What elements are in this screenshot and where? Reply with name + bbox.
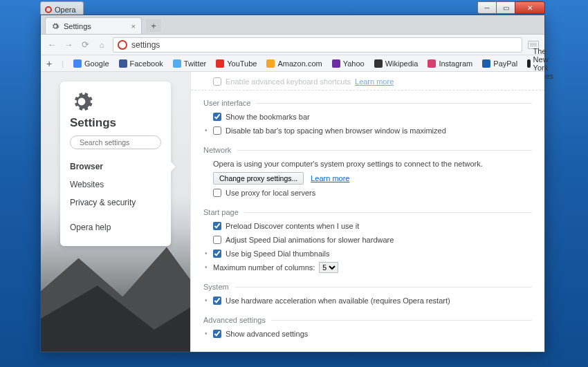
checkbox-big-thumbs[interactable]	[213, 250, 221, 258]
favicon	[266, 59, 275, 68]
tab-title: Settings	[64, 22, 91, 30]
text-network-desc: Opera is using your computer's system pr…	[213, 158, 483, 169]
bookmark-label: Facebook	[130, 59, 163, 68]
opera-o-icon	[45, 6, 52, 13]
gear-icon	[51, 22, 59, 30]
checkbox-show-bookmarks[interactable]	[213, 113, 221, 121]
link-learn-more[interactable]: Learn more	[355, 76, 394, 87]
label-max-columns: Maximum number of columns:	[213, 262, 315, 273]
favicon	[527, 59, 530, 68]
bookmark-label: Amazon.com	[277, 59, 322, 68]
settings-panel: Enable advanced keyboard shortcuts Learn…	[190, 72, 544, 352]
checkbox-proxy-local[interactable]	[213, 189, 221, 197]
bookmark-item[interactable]: Yahoo	[332, 59, 365, 68]
legend-ui: User interface	[203, 99, 256, 107]
label-big-thumbs: Use big Speed Dial thumbnails	[226, 248, 329, 259]
legend-start: Start page	[203, 208, 244, 216]
checkbox-preload-discover[interactable]	[213, 222, 221, 230]
browser-window: ─ ▭ ✕ Settings × + ← → ⟳ ⌂ + | GoogleFac…	[40, 15, 545, 352]
settings-sidebar: Settings Browser Websites Privacy & secu…	[60, 82, 171, 246]
bookmark-item[interactable]: Facebook	[119, 59, 163, 68]
legend-network: Network	[203, 146, 237, 154]
maximize-button[interactable]: ▭	[496, 1, 515, 14]
favicon	[173, 59, 181, 68]
group-user-interface: User interface Show the bookmarks bar Di…	[203, 99, 532, 138]
legend-system: System	[203, 283, 235, 291]
favicon	[332, 59, 340, 68]
sidebar-item-browser[interactable]: Browser	[70, 158, 161, 176]
bookmark-label: Instagram	[439, 59, 472, 68]
bookmark-label: Yahoo	[343, 59, 365, 68]
bookmarks-bar: + | GoogleFacebookTwitterYouTubeAmazon.c…	[41, 55, 544, 72]
legend-advanced: Advanced settings	[203, 316, 271, 324]
tab-strip: Settings × +	[41, 15, 544, 35]
bookmark-item[interactable]: YouTube	[216, 59, 257, 68]
checkbox-show-advanced[interactable]	[213, 330, 221, 338]
window-controls: ─ ▭ ✕	[478, 1, 545, 14]
add-bookmark-button[interactable]: +	[46, 58, 52, 69]
close-button[interactable]: ✕	[515, 1, 545, 14]
label-show-bookmarks: Show the bookmarks bar	[226, 111, 310, 122]
minimize-button[interactable]: ─	[477, 1, 497, 14]
back-button[interactable]: ←	[46, 39, 57, 50]
os-window-title: Opera	[40, 1, 84, 15]
bookmark-label: PayPal	[493, 59, 517, 68]
favicon	[374, 59, 383, 68]
group-network: Network Opera is using your computer's s…	[203, 146, 532, 200]
forward-button[interactable]: →	[63, 39, 74, 50]
checkbox-adjust-animations[interactable]	[213, 236, 221, 244]
favicon	[119, 59, 127, 68]
bookmark-item[interactable]: Google	[73, 59, 109, 68]
sidebar-pointer	[171, 162, 176, 171]
label-proxy-local: Use proxy for local servers	[226, 187, 315, 198]
select-max-columns[interactable]: 5	[319, 262, 338, 273]
settings-search[interactable]	[70, 135, 161, 149]
gear-icon	[70, 90, 93, 113]
favicon	[216, 59, 224, 68]
content-area: Settings Browser Websites Privacy & secu…	[41, 72, 544, 352]
favicon	[73, 59, 82, 68]
favicon	[428, 59, 436, 68]
tab-settings[interactable]: Settings ×	[45, 17, 142, 34]
checkbox-hw-accel[interactable]	[213, 297, 221, 305]
new-tab-button[interactable]: +	[146, 19, 161, 32]
tab-close-icon[interactable]: ×	[131, 22, 136, 30]
label-hw-accel: Use hardware acceleration when available…	[226, 295, 450, 306]
bookmark-label: Google	[84, 59, 109, 68]
settings-search-input[interactable]	[80, 138, 170, 147]
group-advanced: Advanced settings Show advanced settings	[203, 316, 532, 341]
label-show-advanced: Show advanced settings	[226, 328, 308, 339]
bookmark-label: Wikipedia	[385, 59, 419, 68]
sidebar-item-help[interactable]: Opera help	[70, 218, 161, 236]
bookmark-label: Twitter	[184, 59, 206, 68]
sidebar-item-websites[interactable]: Websites	[70, 176, 161, 194]
label-disable-top-spacing: Disable tab bar's top spacing when brows…	[226, 125, 446, 136]
group-start-page: Start page Preload Discover contents whe…	[203, 208, 532, 274]
label-preload-discover: Preload Discover contents when I use it	[226, 220, 359, 232]
bookmark-item[interactable]: Wikipedia	[374, 59, 419, 68]
label-adjust-animations: Adjust Speed Dial animations for slower …	[226, 234, 394, 245]
button-change-proxy[interactable]: Change proxy settings...	[213, 172, 304, 185]
sidebar-item-privacy[interactable]: Privacy & security	[70, 194, 161, 211]
os-title-text: Opera	[55, 6, 76, 14]
bookmark-item[interactable]: Amazon.com	[266, 59, 322, 68]
bookmark-item[interactable]: Instagram	[428, 59, 472, 68]
bookmark-item[interactable]: PayPal	[482, 59, 517, 68]
sidebar-title: Settings	[70, 116, 161, 130]
checkbox-disable-top-spacing[interactable]	[213, 126, 221, 135]
link-proxy-learn-more[interactable]: Learn more	[311, 173, 349, 184]
checkbox-adv-keyboard[interactable]	[213, 77, 221, 86]
favicon	[482, 59, 490, 68]
label-adv-keyboard: Enable advanced keyboard shortcuts	[226, 76, 351, 87]
group-system: System Use hardware acceleration when av…	[203, 283, 532, 308]
bookmark-label: YouTube	[227, 59, 257, 68]
bookmark-item[interactable]: Twitter	[173, 59, 206, 68]
